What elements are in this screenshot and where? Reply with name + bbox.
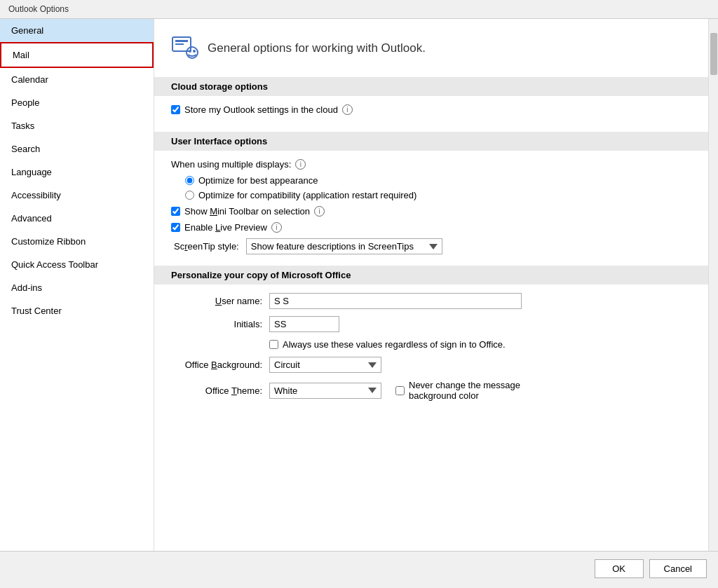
radio-optimize-compatibility[interactable] [185, 191, 194, 200]
sidebar-item-general[interactable]: General [0, 19, 154, 42]
svg-rect-2 [175, 43, 184, 45]
initials-input[interactable] [269, 316, 339, 332]
sidebar-item-search[interactable]: Search [0, 137, 154, 160]
scrollbar[interactable] [708, 19, 718, 551]
sidebar-item-add-ins[interactable]: Add-ins [0, 276, 154, 299]
initials-label: Initials: [171, 319, 262, 329]
always-use-checkbox[interactable] [269, 340, 278, 349]
mini-toolbar-info-icon[interactable]: i [314, 206, 325, 217]
never-change-checkbox[interactable] [395, 386, 405, 395]
store-cloud-label: Store my Outlook settings in the cloud [184, 104, 338, 115]
sidebar-item-quick-access-toolbar[interactable]: Quick Access Toolbar [0, 253, 154, 276]
main-header: General options for working with Outlook… [171, 33, 701, 63]
username-input[interactable] [269, 293, 522, 309]
sidebar-item-accessibility[interactable]: Accessibility [0, 184, 154, 207]
store-cloud-info-icon[interactable]: i [342, 104, 353, 115]
sidebar-item-advanced[interactable]: Advanced [0, 207, 154, 230]
dialog-footer: OK Cancel [0, 551, 718, 586]
cloud-storage-section-content: Store my Outlook settings in the cloud i [171, 104, 701, 132]
personalize-section-header: Personalize your copy of Microsoft Offic… [154, 266, 718, 285]
svg-point-5 [193, 50, 196, 53]
sidebar-item-calendar[interactable]: Calendar [0, 68, 154, 91]
radio-optimize-compatibility-row: Optimize for compatibility (application … [185, 190, 701, 200]
svg-rect-1 [175, 40, 188, 42]
always-use-row: Always use these values regardless of si… [269, 339, 701, 350]
live-preview-info-icon[interactable]: i [271, 222, 282, 233]
personalize-section-content: User name: Initials: Always use these va… [171, 293, 701, 419]
sidebar-item-tasks[interactable]: Tasks [0, 114, 154, 137]
sidebar-item-people[interactable]: People [0, 91, 154, 114]
never-change-row: Never change the message background colo… [395, 380, 536, 401]
svg-point-4 [189, 50, 191, 53]
radio-optimize-appearance-row: Optimize for best appearance [185, 175, 701, 186]
radio-optimize-appearance-label: Optimize for best appearance [198, 175, 318, 186]
main-header-title: General options for working with Outlook… [208, 41, 426, 55]
multiple-displays-row: When using multiple displays: i [171, 159, 701, 170]
screentip-label: ScreenTip style: [174, 241, 239, 252]
sidebar-item-trust-center[interactable]: Trust Center [0, 299, 154, 322]
office-background-label: Office Background: [171, 360, 262, 370]
show-mini-toolbar-row: Show Mini Toolbar on selection i [171, 206, 701, 217]
store-cloud-row: Store my Outlook settings in the cloud i [171, 104, 701, 115]
radio-optimize-compatibility-label: Optimize for compatibility (application … [198, 190, 416, 200]
username-label: User name: [171, 296, 262, 306]
dialog-title-text: Outlook Options [8, 4, 69, 14]
enable-live-preview-row: Enable Live Preview i [171, 222, 701, 233]
show-mini-toolbar-checkbox[interactable] [171, 207, 180, 216]
ok-button[interactable]: OK [595, 559, 644, 578]
radio-optimize-appearance[interactable] [185, 176, 194, 185]
main-content: General options for working with Outlook… [154, 19, 718, 551]
enable-live-preview-label: Enable Live Preview [184, 222, 267, 233]
always-use-label: Always use these values regardless of si… [283, 339, 506, 350]
cloud-storage-section-header: Cloud storage options [154, 77, 718, 96]
office-theme-row: Office Theme: White Dark Gray Black Colo… [171, 380, 701, 401]
main-header-icon [171, 33, 199, 63]
cancel-button[interactable]: Cancel [649, 559, 707, 578]
ui-section-header: User Interface options [154, 132, 718, 151]
office-theme-dropdown[interactable]: White Dark Gray Black Colorful [269, 383, 381, 399]
display-radio-group: Optimize for best appearance Optimize fo… [185, 175, 701, 200]
never-change-label: Never change the message background colo… [409, 380, 536, 401]
sidebar-item-mail[interactable]: Mail [0, 42, 154, 68]
sidebar-item-customize-ribbon[interactable]: Customize Ribbon [0, 230, 154, 253]
store-cloud-checkbox[interactable] [171, 105, 180, 114]
show-mini-toolbar-label: Show Mini Toolbar on selection [184, 206, 310, 217]
office-background-dropdown[interactable]: Circuit None Calligraphy Clouds [269, 357, 381, 373]
enable-live-preview-checkbox[interactable] [171, 223, 180, 232]
multiple-displays-label: When using multiple displays: [171, 159, 291, 170]
ui-section-content: When using multiple displays: i Optimize… [171, 159, 701, 266]
initials-row: Initials: [171, 316, 701, 332]
scroll-thumb[interactable] [710, 33, 717, 75]
sidebar: General Mail Calendar People Tasks Searc… [0, 19, 154, 551]
office-background-row: Office Background: Circuit None Calligra… [171, 357, 701, 373]
sidebar-item-language[interactable]: Language [0, 160, 154, 184]
username-row: User name: [171, 293, 701, 309]
screentip-dropdown[interactable]: Show feature descriptions in ScreenTips … [246, 238, 442, 254]
office-theme-label: Office Theme: [171, 385, 262, 396]
dialog-title-bar: Outlook Options [0, 0, 718, 19]
multiple-displays-info-icon[interactable]: i [295, 159, 306, 170]
screentip-row: ScreenTip style: Show feature descriptio… [174, 238, 701, 254]
